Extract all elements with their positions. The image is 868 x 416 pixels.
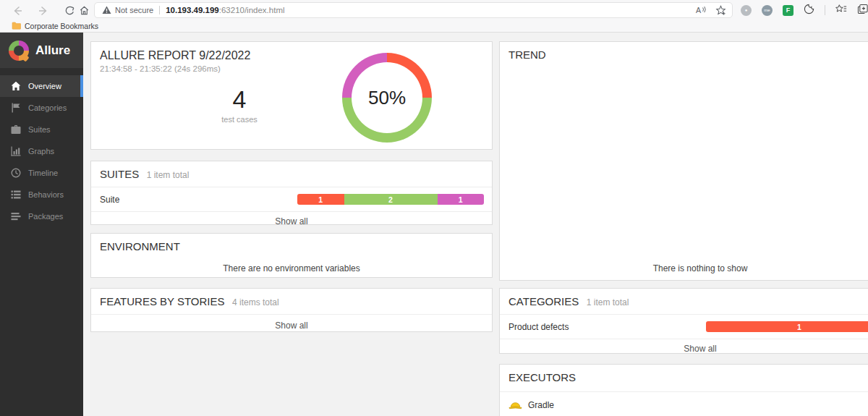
home-icon-toolbar — [79, 5, 90, 16]
extension-gear-icon[interactable]: ● — [741, 5, 752, 16]
home-icon — [11, 81, 21, 91]
bar-chart-icon — [11, 146, 21, 156]
brand-name: Allure — [35, 43, 70, 58]
test-count-label: test cases — [142, 115, 337, 124]
sidebar: Allure Overview Categories Suites Graphs… — [0, 33, 83, 416]
segment-failed[interactable]: 1 — [297, 194, 344, 205]
extension-green-icon[interactable]: F — [783, 5, 793, 16]
refresh-icon — [64, 5, 75, 16]
environment-card: ENVIRONMENT There are no environment var… — [90, 233, 493, 278]
features-card: FEATURES BY STORIES 4 items total Show a… — [90, 288, 493, 332]
trend-card: TREND There is nothing to show — [499, 41, 868, 281]
sidebar-item-suites[interactable]: Suites — [0, 119, 83, 140]
browser-toolbar: Not secure 10.193.49.199:63210/index.htm… — [0, 0, 868, 33]
features-summary: 4 items total — [232, 297, 279, 307]
status-donut-chart[interactable]: 50% — [342, 53, 432, 143]
donut-center: 50% — [352, 62, 422, 133]
suites-card: SUITES 1 item total Suite 1 2 1 Show all — [90, 161, 493, 225]
categories-summary: 1 item total — [587, 297, 629, 307]
home-button[interactable] — [75, 3, 93, 18]
sidebar-item-label: Graphs — [28, 147, 54, 156]
sidebar-item-label: Behaviors — [28, 190, 64, 199]
back-button[interactable] — [9, 3, 26, 18]
sidebar-item-graphs[interactable]: Graphs — [0, 140, 83, 162]
categories-card: CATEGORIES 1 item total Product defects … — [499, 288, 868, 354]
allure-logo-icon — [9, 41, 29, 61]
categories-header: CATEGORIES 1 item total — [500, 289, 868, 315]
category-row-label[interactable]: Product defects — [509, 322, 569, 332]
sidebar-item-label: Overview — [28, 82, 61, 90]
environment-header: ENVIRONMENT — [91, 234, 492, 259]
executors-card: EXECUTORS Gradle — [499, 364, 868, 416]
executors-header: EXECUTORS — [500, 365, 868, 392]
sidebar-item-packages[interactable]: Packages — [0, 205, 83, 227]
add-favorite-button[interactable] — [715, 5, 726, 17]
svg-text:A: A — [696, 6, 702, 14]
categories-show-all-link[interactable]: Show all — [500, 339, 868, 358]
sidebar-item-label: Suites — [28, 125, 51, 134]
security-warning-icon[interactable] — [102, 6, 111, 14]
bookmark-folder[interactable]: Corporate Bookmarks — [12, 22, 98, 30]
trend-empty-text: There is nothing to show — [500, 263, 868, 273]
features-header: FEATURES BY STORIES 4 items total — [91, 289, 492, 315]
read-aloud-button[interactable]: A — [695, 5, 707, 17]
bookmark-folder-label: Corporate Bookmarks — [25, 22, 98, 30]
report-card: ALLURE REPORT 9/22/2022 21:34:58 - 21:35… — [90, 41, 493, 150]
suite-row-label[interactable]: Suite — [100, 195, 119, 205]
toolbar-divider — [825, 5, 825, 15]
executor-label: Gradle — [528, 400, 554, 410]
forward-button[interactable] — [35, 3, 52, 18]
sidebar-item-behaviors[interactable]: Behaviors — [0, 184, 83, 205]
segment-passed[interactable]: 2 — [344, 194, 438, 205]
donut-percent: 50% — [368, 87, 406, 109]
features-show-all-link[interactable]: Show all — [91, 315, 492, 335]
address-bar[interactable]: Not secure 10.193.49.199:63210/index.htm… — [94, 2, 733, 18]
test-count-block: 4 test cases — [142, 87, 337, 124]
sidebar-item-timeline[interactable]: Timeline — [0, 162, 83, 184]
extension-cookie-icon[interactable] — [804, 4, 814, 17]
back-icon — [12, 5, 23, 17]
stack-icon — [11, 211, 21, 221]
gradle-helmet-icon — [509, 399, 522, 410]
clock-icon — [11, 168, 21, 178]
categories-title: CATEGORIES — [509, 295, 579, 307]
category-status-bar[interactable]: 1 — [706, 321, 868, 332]
suite-status-bar[interactable]: 1 2 1 — [297, 194, 484, 205]
url-path: :63210/index.html — [219, 6, 285, 14]
sidebar-item-label: Timeline — [28, 169, 58, 177]
suites-show-all-link[interactable]: Show all — [91, 211, 492, 231]
report-title: ALLURE REPORT 9/22/2022 — [91, 42, 492, 62]
suites-title: SUITES — [100, 168, 139, 180]
url-host: 10.193.49.199 — [166, 6, 219, 14]
trend-header: TREND — [500, 42, 868, 67]
suitcase-icon — [11, 124, 21, 135]
sidebar-item-overview[interactable]: Overview — [0, 75, 83, 97]
sidebar-brand[interactable]: Allure — [0, 33, 83, 68]
suite-row[interactable]: Suite 1 2 1 — [91, 187, 492, 211]
bookmarks-bar: Corporate Bookmarks — [0, 20, 868, 32]
report-subtitle: 21:34:58 - 21:35:22 (24s 296ms) — [91, 62, 492, 73]
executors-title: EXECUTORS — [509, 371, 576, 383]
extensions-area: ● me F — [741, 3, 868, 17]
security-label: Not secure — [115, 6, 153, 14]
segment-failed[interactable]: 1 — [706, 321, 868, 332]
segment-unknown[interactable]: 1 — [438, 194, 485, 205]
test-count: 4 — [142, 87, 337, 111]
environment-empty-text: There are no environment variables — [91, 263, 492, 273]
sidebar-menu: Overview Categories Suites Graphs Timeli… — [0, 75, 83, 227]
desktop-screen: Not secure 10.193.49.199:63210/index.htm… — [0, 0, 868, 416]
folder-icon — [12, 22, 21, 30]
sidebar-item-label: Packages — [28, 212, 63, 221]
extension-me-icon[interactable]: me — [762, 5, 773, 16]
executor-row[interactable]: Gradle — [500, 392, 868, 410]
list-icon — [11, 190, 21, 200]
features-title: FEATURES BY STORIES — [100, 295, 225, 307]
suites-header: SUITES 1 item total — [91, 161, 492, 187]
collections-button[interactable] — [857, 4, 868, 17]
category-row[interactable]: Product defects 1 — [500, 315, 868, 339]
sidebar-item-label: Categories — [28, 103, 67, 112]
forward-icon — [38, 5, 49, 17]
favorites-button[interactable] — [835, 4, 847, 17]
address-divider — [159, 6, 160, 14]
sidebar-item-categories[interactable]: Categories — [0, 97, 83, 119]
